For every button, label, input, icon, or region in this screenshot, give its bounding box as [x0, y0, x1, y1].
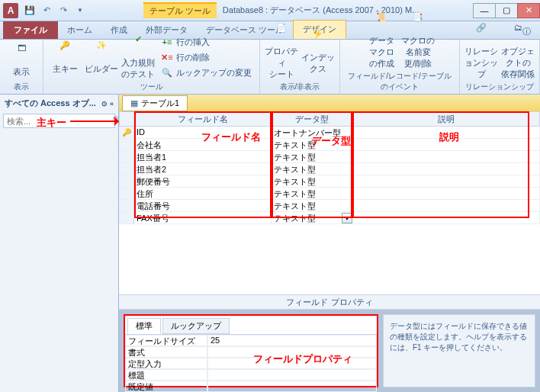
data-type-cell[interactable]: テキスト型: [272, 212, 352, 224]
qat-dropdown-icon[interactable]: ▼: [72, 2, 88, 19]
field-name-cell[interactable]: 住所: [134, 188, 272, 200]
row-selector[interactable]: [119, 139, 134, 151]
row-selector[interactable]: [119, 151, 134, 163]
description-cell[interactable]: [352, 151, 540, 163]
tab-table1[interactable]: ▦ テーブル1: [122, 95, 188, 111]
property-value[interactable]: [207, 369, 377, 381]
description-cell[interactable]: [352, 212, 540, 224]
description-cell[interactable]: [352, 200, 540, 212]
modify-lookup-button[interactable]: 🔍ルックアップの変更: [158, 66, 255, 79]
field-name-cell[interactable]: 会社名: [134, 139, 272, 151]
property-row[interactable]: 定型入力: [125, 358, 377, 369]
description-cell[interactable]: [352, 175, 540, 188]
row-selector[interactable]: [119, 188, 134, 200]
table-row[interactable]: FAX番号テキスト型: [119, 212, 540, 224]
data-type-cell[interactable]: オートナンバー型: [272, 127, 352, 139]
object-dependencies-button[interactable]: 🗂オブジェクトの 依存関係: [501, 23, 535, 80]
fp-tab-general[interactable]: 標準: [127, 318, 161, 334]
property-value[interactable]: [207, 381, 377, 392]
row-selector[interactable]: [119, 212, 134, 224]
delete-row-icon: ✕≡: [161, 51, 173, 63]
table-row[interactable]: 担当者1テキスト型: [119, 151, 540, 163]
sheet-icon: 📄: [271, 23, 292, 44]
delete-rows-button[interactable]: ✕≡行の削除: [158, 50, 255, 64]
document-tabs: ▦ テーブル1: [119, 95, 540, 111]
property-name: 既定値: [125, 381, 207, 392]
maximize-button[interactable]: ▢: [495, 3, 518, 18]
validation-test-button[interactable]: ✔入力規則 のテスト: [121, 34, 155, 80]
table-row[interactable]: 住所テキスト型: [119, 188, 540, 200]
col-header-datatype[interactable]: データ型: [272, 111, 352, 127]
property-value[interactable]: [207, 346, 377, 358]
field-name-cell[interactable]: 電話番号: [134, 200, 272, 212]
group-label-show: 表示/非表示: [280, 82, 320, 92]
data-type-cell[interactable]: テキスト型: [272, 163, 352, 175]
col-header-description[interactable]: 説明: [352, 111, 540, 127]
data-type-cell[interactable]: テキスト型: [272, 139, 352, 151]
fp-tab-lookup[interactable]: ルックアップ: [162, 318, 230, 334]
row-selector[interactable]: [119, 200, 134, 212]
chevron-down-icon[interactable]: ⊙ «: [101, 100, 114, 108]
wand-icon: ✨: [91, 40, 112, 62]
field-name-cell[interactable]: FAX番号: [134, 212, 272, 224]
relationship-icon: 🔗: [471, 23, 492, 44]
row-selector[interactable]: [119, 163, 134, 175]
property-row[interactable]: フィールドサイズ25: [125, 335, 377, 346]
rename-macro-button[interactable]: 📑マクロの 名前変更/削除: [401, 12, 435, 69]
field-properties-panel: 標準 ルックアップ フィールドサイズ25書式定型入力標題既定値入力規則エラーメッ…: [124, 314, 378, 387]
dependency-icon: 🗂: [507, 23, 529, 44]
primary-key-button[interactable]: 🔑主キー: [48, 40, 82, 75]
data-type-cell[interactable]: テキスト型: [272, 188, 352, 200]
description-cell[interactable]: [352, 188, 540, 200]
property-row[interactable]: 既定値: [125, 381, 377, 392]
property-row[interactable]: 標題: [125, 369, 377, 381]
field-name-cell[interactable]: 担当者1: [134, 151, 272, 163]
insert-rows-button[interactable]: +≡行の挿入: [158, 35, 255, 49]
property-sheet-button[interactable]: 📄プロパティ シート: [265, 23, 298, 80]
contextual-tab-label: テーブル ツール: [143, 2, 217, 18]
qat-save-icon[interactable]: 💾: [21, 2, 38, 19]
group-label-rel: リレーションシップ: [465, 82, 534, 92]
property-name: 書式: [125, 346, 207, 358]
table-row[interactable]: 🔑IDオートナンバー型: [119, 127, 540, 139]
table-row[interactable]: 会社名テキスト型: [119, 139, 540, 151]
builder-button[interactable]: ✨ビルダー: [85, 40, 118, 75]
table-row[interactable]: 担当者2テキスト型: [119, 163, 540, 175]
property-value[interactable]: 25: [207, 335, 377, 346]
table-icon: ▦: [130, 98, 138, 108]
data-type-cell[interactable]: テキスト型: [272, 151, 352, 163]
qat-undo-icon[interactable]: ↶: [38, 2, 55, 19]
field-name-cell[interactable]: 担当者2: [134, 163, 272, 175]
property-name: 標題: [125, 369, 207, 381]
row-selector[interactable]: 🔑: [119, 127, 134, 139]
data-type-cell[interactable]: テキスト型: [272, 200, 352, 212]
lookup-icon: 🔍: [161, 66, 173, 79]
field-name-cell[interactable]: ID: [134, 127, 272, 139]
description-cell[interactable]: [352, 163, 540, 175]
close-button[interactable]: ✕: [517, 3, 540, 18]
field-name-cell[interactable]: 郵便番号: [134, 175, 272, 188]
rename-icon: 📑: [407, 12, 429, 34]
title-bar: A 💾 ↶ ↷ ▼ テーブル ツール Database8 : データベース (A…: [0, 0, 540, 21]
data-type-cell[interactable]: テキスト型: [272, 175, 352, 188]
datasheet-icon: 🗔: [11, 43, 32, 65]
relationships-button[interactable]: 🔗リレーションシップ: [464, 23, 498, 80]
data-macro-button[interactable]: 📜データ マクロ の作成: [365, 12, 398, 69]
description-cell[interactable]: [352, 127, 540, 139]
qat-redo-icon[interactable]: ↷: [55, 2, 72, 19]
indexes-button[interactable]: ⚡インデックス: [301, 29, 335, 75]
table-row[interactable]: 郵便番号テキスト型: [119, 175, 540, 188]
description-cell[interactable]: [352, 139, 540, 151]
property-value[interactable]: [207, 358, 377, 369]
row-selector[interactable]: [119, 175, 134, 188]
datatype-dropdown-button[interactable]: ▾: [342, 213, 352, 223]
col-header-fieldname[interactable]: フィールド名: [134, 111, 272, 127]
minimize-button[interactable]: —: [473, 3, 496, 18]
nav-header[interactable]: すべての Access オブ... ⊙ «: [0, 95, 118, 112]
anno-arrow-icon: [70, 120, 116, 122]
view-button[interactable]: 🗔表示: [5, 43, 38, 78]
group-label-view: 表示: [14, 82, 29, 92]
table-row[interactable]: 電話番号テキスト型: [119, 200, 540, 212]
property-row[interactable]: 書式: [125, 346, 377, 358]
group-label-events: フィールド/レコード/テーブルのイベント: [345, 71, 455, 92]
